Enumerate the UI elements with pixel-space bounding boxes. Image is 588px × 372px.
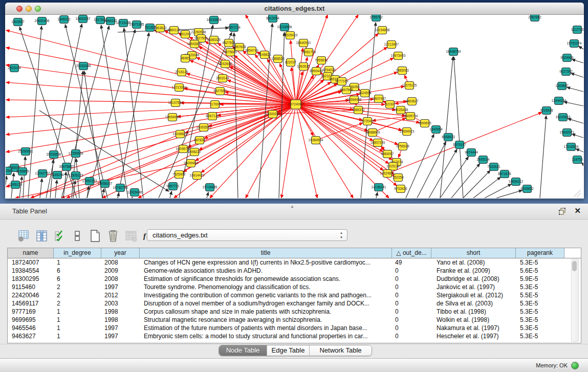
graph-node[interactable]: 15495794 <box>403 113 418 120</box>
window-titlebar[interactable]: citations_edges.txt <box>5 3 584 15</box>
graph-edge[interactable] <box>23 157 25 198</box>
table-row[interactable]: 911546021997Tourette syndrome. Phenomeno… <box>8 283 581 291</box>
graph-node[interactable]: 16648784 <box>446 48 461 56</box>
network-graph[interactable]: 1872400722260538982750516543812818632898… <box>6 15 583 198</box>
graph-node[interactable]: 14136141 <box>372 184 386 191</box>
graph-node[interactable]: 10653287 <box>76 15 91 23</box>
graph-edge[interactable] <box>376 192 378 198</box>
graph-edge[interactable] <box>278 110 354 114</box>
graph-edge[interactable] <box>391 113 541 172</box>
graph-edge[interactable] <box>6 82 291 104</box>
graph-node[interactable]: 16353593 <box>197 124 211 132</box>
graph-node[interactable]: 12325419 <box>283 32 298 39</box>
table-row[interactable]: 1456911722003Disruption of a novel membe… <box>8 299 581 308</box>
graph-node[interactable]: 12375125 <box>402 82 417 90</box>
graph-node[interactable]: 9529966 <box>560 54 574 62</box>
graph-edge[interactable] <box>564 102 583 106</box>
graph-node[interactable]: 1595139 <box>9 181 22 189</box>
column-header-in-degree[interactable]: in_degree <box>54 248 101 258</box>
column-header-name[interactable]: name <box>8 248 54 258</box>
network-view-window[interactable]: citations_edges.txt 18724007222605389827… <box>5 3 584 199</box>
tab-edge-table[interactable]: Edge Table <box>267 345 310 356</box>
graph-node[interactable]: 16033809 <box>207 16 222 24</box>
table-row[interactable]: 969969511998Structural magnetic resonanc… <box>8 316 581 324</box>
delete-trash-icon[interactable] <box>107 229 119 243</box>
graph-node[interactable]: 6466162 <box>104 17 117 25</box>
graph-node[interactable]: 2087682 <box>528 15 541 21</box>
graph-edge[interactable] <box>473 177 500 198</box>
network-canvas[interactable]: 1872400722260538982750516543812818632898… <box>6 15 583 198</box>
table-row[interactable]: 1830029562008Estimation of significance … <box>8 275 581 283</box>
graph-edge[interactable] <box>406 134 434 198</box>
graph-node[interactable]: 8938923 <box>442 134 455 141</box>
graph-node[interactable]: 3215938 <box>540 107 553 115</box>
graph-node[interactable]: 8427552 <box>213 87 227 95</box>
graph-node[interactable]: 118753 <box>572 156 583 164</box>
graph-node[interactable]: 13342757 <box>35 170 50 178</box>
graph-edge[interactable] <box>63 172 66 198</box>
graph-edge[interactable] <box>138 107 292 198</box>
graph-node[interactable]: 2935114 <box>477 156 490 164</box>
graph-edge[interactable] <box>377 118 406 130</box>
graph-node[interactable]: 2718126 <box>175 69 188 76</box>
graph-node[interactable]: 17359928 <box>69 150 83 158</box>
graph-edge[interactable] <box>320 123 362 138</box>
graph-node[interactable]: 1640954 <box>429 126 443 134</box>
graph-edge[interactable] <box>39 111 169 191</box>
graph-node[interactable]: 19384554 <box>309 137 323 144</box>
float-window-icon[interactable] <box>558 207 567 215</box>
graph-node[interactable]: 12923448 <box>127 189 142 196</box>
graph-node[interactable]: 9756928 <box>396 143 409 150</box>
graph-node[interactable]: 15720407 <box>360 118 375 125</box>
graph-node[interactable]: 9984067 <box>381 150 394 158</box>
graph-node[interactable]: 18107554 <box>168 99 183 107</box>
graph-node[interactable]: 98965 <box>181 55 190 62</box>
graph-node[interactable]: 12444184 <box>552 97 567 105</box>
graph-node[interactable]: 1403557 <box>11 18 25 26</box>
graph-edge[interactable] <box>572 134 583 138</box>
graph-node[interactable]: 19671385 <box>129 21 144 29</box>
graph-node[interactable]: 15751074 <box>567 40 582 48</box>
graph-node[interactable]: 887834 <box>194 137 205 144</box>
graph-edge[interactable] <box>463 170 490 198</box>
graph-edge[interactable] <box>568 119 583 123</box>
graph-edge[interactable] <box>440 157 468 198</box>
graph-node[interactable]: 15654923 <box>400 128 415 136</box>
graph-edge[interactable] <box>61 26 109 198</box>
scrollbar-thumb[interactable] <box>572 261 577 271</box>
column-header-pagerank[interactable]: pagerank <box>516 248 564 258</box>
table-row[interactable]: 977716911998Corpus callosum shape and si… <box>8 308 581 316</box>
graph-node[interactable]: 9245652 <box>520 185 534 193</box>
graph-node[interactable]: 8471676 <box>498 170 511 178</box>
table-settings-icon[interactable] <box>17 229 30 243</box>
graph-edge[interactable] <box>381 146 384 150</box>
graph-node[interactable]: 1846332 <box>57 16 71 24</box>
graph-edge[interactable] <box>102 189 104 198</box>
graph-edge[interactable] <box>429 149 457 198</box>
column-header-title[interactable]: title <box>140 248 392 258</box>
graph-node[interactable]: 9463627 <box>405 98 419 105</box>
graph-edge[interactable] <box>50 160 53 198</box>
graph-edge[interactable] <box>579 46 583 49</box>
graph-edge[interactable] <box>404 75 407 81</box>
graph-node[interactable]: 17957253 <box>82 178 97 185</box>
graph-node[interactable]: 15716485 <box>203 184 217 191</box>
graph-node[interactable]: 30975887 <box>59 163 74 171</box>
graph-edge[interactable] <box>6 105 291 152</box>
graph-edge[interactable] <box>281 109 295 198</box>
graph-node[interactable]: 8454749 <box>245 47 258 55</box>
graph-edge[interactable] <box>101 25 128 198</box>
graph-node[interactable]: 18640910 <box>296 39 311 47</box>
graph-edge[interactable] <box>291 40 295 100</box>
graph-node[interactable]: 7632621 <box>487 163 500 171</box>
table-selector-dropdown[interactable]: citations_edges.txt ▲▼ <box>147 229 347 241</box>
graph-edge[interactable] <box>40 179 42 198</box>
graph-node[interactable]: 2603104 <box>8 64 21 72</box>
graph-edge[interactable] <box>399 150 401 157</box>
graph-node[interactable]: 9733426 <box>394 185 407 193</box>
graph-edge[interactable] <box>571 73 583 77</box>
split-pane-grip[interactable]: ▲ <box>290 204 294 209</box>
graph-node[interactable]: 25260651 <box>18 148 33 156</box>
close-panel-icon[interactable]: ✕ <box>574 206 581 215</box>
graph-node[interactable]: 252254 <box>393 174 404 182</box>
